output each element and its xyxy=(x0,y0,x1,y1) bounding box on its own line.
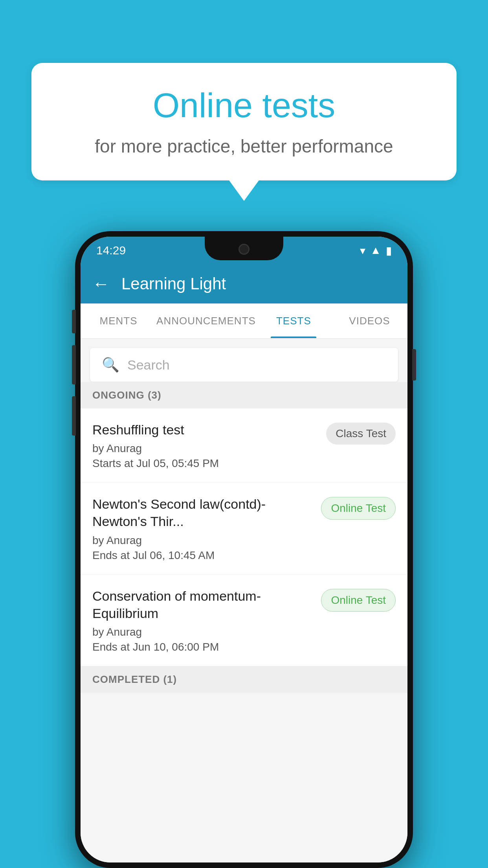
completed-section-header: COMPLETED (1) xyxy=(81,666,407,693)
app-title: Learning Light xyxy=(121,274,226,293)
volume-down-button xyxy=(72,396,76,436)
status-icons: ▾ ▲ ▮ xyxy=(360,244,392,257)
test-badge-3: Online Test xyxy=(321,589,396,612)
tab-announcements[interactable]: ANNOUNCEMENTS xyxy=(156,304,256,338)
test-date-3: Ends at Jun 10, 06:00 PM xyxy=(92,641,313,653)
power-button xyxy=(412,349,416,381)
ongoing-section-header: ONGOING (3) xyxy=(81,382,407,408)
test-date-2: Ends at Jul 06, 10:45 AM xyxy=(92,549,313,562)
back-button[interactable]: ← xyxy=(92,274,110,294)
battery-icon: ▮ xyxy=(386,244,392,257)
test-item-content-3: Conservation of momentum-Equilibrium by … xyxy=(92,587,321,653)
test-badge-2: Online Test xyxy=(321,497,396,520)
test-author-3: by Anurag xyxy=(92,626,313,638)
phone-mockup: 14:29 ▾ ▲ ▮ ← Learning Light MENTS ANNOU… xyxy=(75,231,413,868)
bubble-title: Online tests xyxy=(63,86,425,125)
phone-frame: 14:29 ▾ ▲ ▮ ← Learning Light MENTS ANNOU… xyxy=(75,231,413,868)
phone-screen: 14:29 ▾ ▲ ▮ ← Learning Light MENTS ANNOU… xyxy=(81,237,407,862)
test-date-1: Starts at Jul 05, 05:45 PM xyxy=(92,457,318,470)
search-container: 🔍 Search xyxy=(81,341,407,389)
app-bar: ← Learning Light xyxy=(81,264,407,303)
test-item-content-2: Newton's Second law(contd)-Newton's Thir… xyxy=(92,495,321,561)
tab-tests[interactable]: TESTS xyxy=(256,304,332,338)
test-badge-1: Class Test xyxy=(326,423,396,445)
wifi-icon: ▾ xyxy=(360,244,365,257)
status-time: 14:29 xyxy=(96,244,126,257)
test-author-1: by Anurag xyxy=(92,442,318,455)
tab-ments[interactable]: MENTS xyxy=(81,304,156,338)
front-camera xyxy=(238,244,250,255)
content-area: ONGOING (3) Reshuffling test by Anurag S… xyxy=(81,382,407,862)
test-item-conservation[interactable]: Conservation of momentum-Equilibrium by … xyxy=(81,575,407,666)
signal-icon: ▲ xyxy=(370,244,381,257)
test-title-1: Reshuffling test xyxy=(92,421,318,438)
phone-notch xyxy=(205,237,283,260)
test-item-content-1: Reshuffling test by Anurag Starts at Jul… xyxy=(92,421,326,470)
tab-videos[interactable]: VIDEOS xyxy=(332,304,407,338)
search-icon: 🔍 xyxy=(102,357,119,373)
test-author-2: by Anurag xyxy=(92,534,313,547)
test-item-newtons[interactable]: Newton's Second law(contd)-Newton's Thir… xyxy=(81,483,407,574)
search-input[interactable]: 🔍 Search xyxy=(90,348,398,382)
bubble-subtitle: for more practice, better performance xyxy=(63,136,425,157)
test-title-2: Newton's Second law(contd)-Newton's Thir… xyxy=(92,495,313,530)
search-placeholder: Search xyxy=(127,357,170,373)
speech-bubble: Online tests for more practice, better p… xyxy=(31,63,457,180)
tabs-container: MENTS ANNOUNCEMENTS TESTS VIDEOS xyxy=(81,303,407,339)
silent-button xyxy=(72,310,76,333)
test-item-reshuffling[interactable]: Reshuffling test by Anurag Starts at Jul… xyxy=(81,408,407,483)
volume-up-button xyxy=(72,345,76,384)
test-title-3: Conservation of momentum-Equilibrium xyxy=(92,587,313,622)
